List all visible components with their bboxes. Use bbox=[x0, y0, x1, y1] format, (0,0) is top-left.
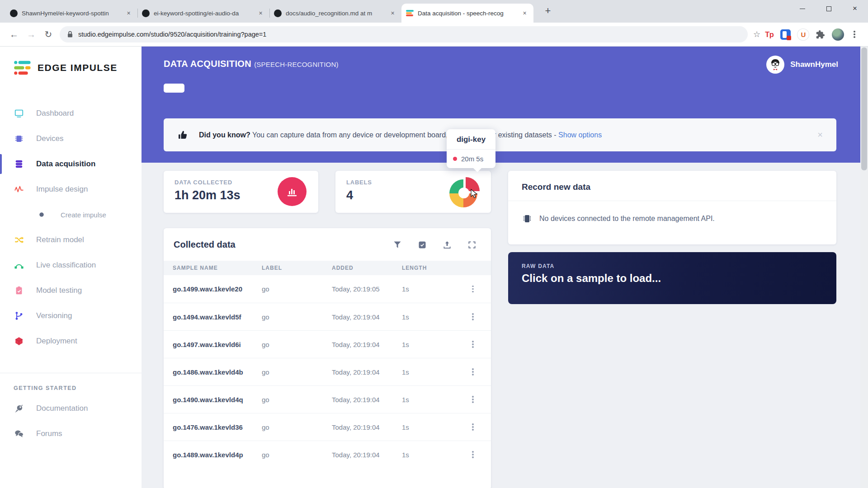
sidebar-item-versioning[interactable]: Versioning bbox=[0, 303, 142, 328]
sample-length: 1s bbox=[402, 285, 461, 293]
sample-added: Today, 20:19:05 bbox=[332, 285, 402, 293]
browser-tab-ei-keyword-spotting-ei-audio-d[interactable]: ei-keyword-spotting/ei-audio-da × bbox=[137, 4, 269, 23]
device-chip-icon bbox=[522, 213, 533, 224]
sidebar-item-model-testing[interactable]: Model testing bbox=[0, 278, 142, 303]
row-menu-icon[interactable] bbox=[469, 449, 476, 460]
forward-icon[interactable]: → bbox=[23, 26, 40, 43]
address-bar[interactable]: studio.edgeimpulse.com/studio/9520/acqui… bbox=[60, 26, 748, 42]
page-scrollbar[interactable] bbox=[860, 47, 868, 488]
page-subtitle: (SPEECH-RECOGNITION) bbox=[254, 61, 339, 68]
close-button[interactable]: × bbox=[842, 0, 868, 17]
back-icon[interactable]: ← bbox=[5, 26, 23, 43]
sidebar-item-create-impulse[interactable]: Create impulse bbox=[0, 202, 142, 227]
sample-label: go bbox=[262, 451, 332, 459]
sample-row[interactable]: go.1476.wav.1kevld36 go Today, 20:19:04 … bbox=[164, 413, 491, 441]
maximize-button[interactable] bbox=[816, 0, 842, 17]
user-chip[interactable]: ShawnHymel bbox=[766, 56, 838, 74]
tab-test-data[interactable] bbox=[188, 84, 209, 93]
sample-label: go bbox=[262, 285, 332, 293]
sidebar-item-label: Model testing bbox=[36, 286, 82, 295]
row-menu-icon[interactable] bbox=[469, 284, 476, 295]
sidebar-item-deployment[interactable]: Deployment bbox=[0, 328, 142, 354]
sidebar-item-impulse-design[interactable]: Impulse design bbox=[0, 177, 142, 202]
sample-length: 1s bbox=[402, 368, 461, 376]
new-tab-button[interactable]: + bbox=[542, 5, 554, 17]
edge-impulse-logo[interactable]: EDGE IMPULSE bbox=[14, 60, 142, 75]
expand-icon[interactable] bbox=[467, 240, 476, 249]
sidebar-item-label: Create impulse bbox=[61, 211, 106, 219]
extension-u-icon[interactable]: U bbox=[797, 29, 809, 40]
extensions-puzzle-icon[interactable] bbox=[816, 30, 825, 39]
sidebar-item-documentation[interactable]: Documentation bbox=[0, 396, 142, 421]
tab-close-icon[interactable]: × bbox=[388, 9, 397, 18]
browser-toolbar: ← → ↻ studio.edgeimpulse.com/studio/9520… bbox=[0, 23, 868, 47]
browser-tab-docs-audio-recognition-md-at-m[interactable]: docs/audio_recognition.md at m × bbox=[269, 4, 401, 23]
minimize-button[interactable] bbox=[789, 0, 816, 17]
sample-length: 1s bbox=[402, 313, 461, 321]
sidebar-item-retrain-model[interactable]: Retrain model bbox=[0, 227, 142, 253]
chip-icon bbox=[14, 133, 24, 144]
browser-menu-icon[interactable] bbox=[851, 29, 858, 40]
sample-name[interactable]: go.1486.wav.1kevld4b bbox=[164, 368, 262, 376]
sample-row[interactable]: go.1499.wav.1kevle20 go Today, 20:19:05 … bbox=[164, 275, 491, 303]
record-new-data-body: No devices connected to the remote manag… bbox=[508, 201, 836, 236]
sample-row[interactable]: go.1490.wav.1kevld4q go Today, 20:19:04 … bbox=[164, 385, 491, 413]
sample-added: Today, 20:19:04 bbox=[332, 451, 402, 459]
tab-close-icon[interactable]: × bbox=[124, 9, 133, 18]
sample-length: 1s bbox=[402, 396, 461, 404]
tooltip-value: 20m 5s bbox=[461, 155, 483, 163]
filter-icon[interactable] bbox=[393, 240, 402, 249]
banner-close-icon[interactable]: × bbox=[817, 130, 823, 140]
row-menu-icon[interactable] bbox=[469, 366, 476, 377]
table-body: go.1499.wav.1kevle20 go Today, 20:19:05 … bbox=[164, 275, 491, 468]
sidebar-item-devices[interactable]: Devices bbox=[0, 126, 142, 151]
sidebar-item-live-classification[interactable]: Live classification bbox=[0, 253, 142, 278]
sample-row[interactable]: go.1486.wav.1kevld4b go Today, 20:19:04 … bbox=[164, 358, 491, 385]
sample-row[interactable]: go.1489.wav.1kevld4p go Today, 20:19:04 … bbox=[164, 441, 491, 468]
row-menu-icon[interactable] bbox=[469, 422, 476, 432]
did-you-know-banner: Did you know? You can capture data from … bbox=[164, 118, 836, 151]
sample-name[interactable]: go.1490.wav.1kevld4q bbox=[164, 396, 262, 404]
extension-tp-icon[interactable]: Tp bbox=[765, 30, 774, 39]
sample-added: Today, 20:19:04 bbox=[332, 313, 402, 321]
upload-icon[interactable] bbox=[443, 240, 452, 249]
row-menu-icon[interactable] bbox=[469, 311, 476, 322]
bookmark-star-icon[interactable]: ☆ bbox=[753, 29, 760, 39]
sidebar-item-label: Documentation bbox=[36, 404, 88, 413]
sample-name[interactable]: go.1499.wav.1kevle20 bbox=[164, 285, 262, 293]
data-tabs bbox=[164, 84, 209, 93]
sample-name[interactable]: go.1497.wav.1kevld6i bbox=[164, 341, 262, 348]
browser-profile-avatar[interactable] bbox=[832, 28, 844, 41]
sidebar-item-dashboard[interactable]: Dashboard bbox=[0, 101, 142, 126]
show-options-link[interactable]: Show options bbox=[558, 131, 602, 139]
sample-label: go bbox=[262, 423, 332, 431]
row-menu-icon[interactable] bbox=[469, 339, 476, 350]
browser-tab-shawnhymel-ei-keyword-spottin[interactable]: ShawnHymel/ei-keyword-spottin × bbox=[5, 4, 137, 23]
tab-close-icon[interactable]: × bbox=[256, 9, 265, 18]
sample-name[interactable]: go.1476.wav.1kevld36 bbox=[164, 423, 262, 431]
scrollbar-thumb[interactable] bbox=[861, 47, 867, 170]
col-length: LENGTH bbox=[402, 265, 461, 271]
monitor-icon bbox=[14, 108, 24, 119]
tab-close-icon[interactable]: × bbox=[520, 9, 529, 18]
sidebar-item-label: Deployment bbox=[36, 337, 77, 346]
data-collected-card: DATA COLLECTED 1h 20m 13s bbox=[164, 171, 318, 213]
extension-password-icon[interactable] bbox=[780, 29, 791, 40]
sidebar-item-forums[interactable]: Forums bbox=[0, 421, 142, 446]
sample-row[interactable]: go.1497.wav.1kevld6i go Today, 20:19:04 … bbox=[164, 330, 491, 358]
dot-icon bbox=[36, 209, 47, 220]
sidebar-item-data-acquisition[interactable]: Data acquisition bbox=[0, 151, 142, 177]
sample-name[interactable]: go.1489.wav.1kevld4p bbox=[164, 451, 262, 459]
browser-tab-data-acquisition-speech-recog[interactable]: Data acquisition - speech-recog × bbox=[401, 4, 533, 23]
collected-data-header: Collected data bbox=[164, 228, 491, 261]
rocket-icon bbox=[14, 403, 24, 414]
tab-training-data[interactable] bbox=[164, 84, 184, 93]
select-all-icon[interactable] bbox=[418, 240, 427, 249]
sample-row[interactable]: go.1494.wav.1kevld5f go Today, 20:19:04 … bbox=[164, 303, 491, 330]
sidebar-item-label: Live classification bbox=[36, 261, 96, 270]
reload-icon[interactable]: ↻ bbox=[40, 26, 57, 43]
browser-tabstrip: ShawnHymel/ei-keyword-spottin × ei-keywo… bbox=[5, 4, 533, 23]
sample-name[interactable]: go.1494.wav.1kevld5f bbox=[164, 313, 262, 321]
row-menu-icon[interactable] bbox=[469, 394, 476, 405]
banner-text: Did you know? You can capture data from … bbox=[199, 131, 602, 139]
